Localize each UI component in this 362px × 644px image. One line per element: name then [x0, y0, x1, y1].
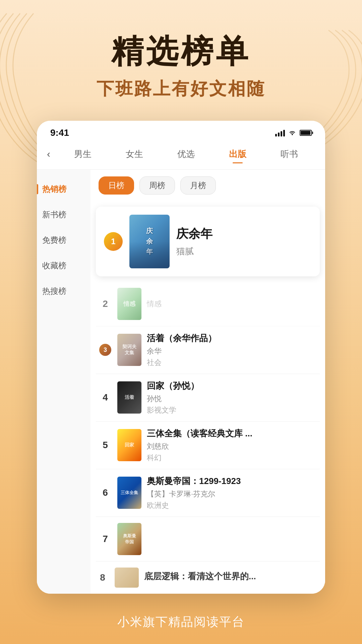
tab-weekly[interactable]: 周榜: [139, 176, 175, 195]
sidebar-item-collections[interactable]: 收藏榜: [37, 253, 90, 278]
featured-title: 庆余年: [176, 226, 312, 242]
book-author: 【英】卡罗琳·芬克尔: [147, 489, 320, 499]
book-info: 情感: [147, 299, 320, 309]
book-genre: 情感: [147, 299, 320, 309]
book-info: 奥斯曼帝国：1299-1923 【英】卡罗琳·芬克尔 欧洲史: [147, 475, 320, 511]
list-item[interactable]: 6 三体全集 奥斯曼帝国：1299-1923 【英】卡罗琳·芬克尔 欧洲史: [96, 469, 320, 517]
status-time: 9:41: [50, 127, 69, 138]
sidebar-item-hot-search[interactable]: 热搜榜: [37, 278, 90, 304]
book-cover: [115, 568, 139, 588]
sub-title: 下班路上有好文相随: [0, 77, 362, 101]
book-cover: 回家: [117, 429, 141, 461]
back-button[interactable]: ‹: [47, 148, 50, 160]
nav-bar: ‹ 男生 女生 优选 出版 听书: [37, 142, 325, 170]
footer: 小米旗下精品阅读平台: [0, 600, 362, 644]
book-title: 三体全集（读客经典文库 ...: [147, 428, 320, 439]
main-list: 日榜 周榜 月榜 1 庆 余 年: [90, 170, 325, 594]
sidebar-item-free[interactable]: 免费榜: [37, 227, 90, 253]
wifi-icon: [288, 128, 296, 137]
book-genre: 欧洲史: [147, 500, 320, 511]
rank-number: 5: [99, 440, 112, 450]
book-list: 2 情感 情感 3 契诃夫文集: [90, 282, 325, 561]
main-title: 精选榜单: [0, 34, 362, 69]
signal-icon: [275, 129, 285, 137]
book-title: 回家（孙悦）: [147, 380, 320, 392]
book-cover: 情感: [117, 288, 141, 320]
nav-tabs: 男生 女生 优选 出版 听书: [57, 146, 315, 163]
book-genre: 影视文学: [147, 405, 320, 415]
rank-1-badge: 1: [104, 232, 123, 251]
tab-female[interactable]: 女生: [120, 146, 148, 163]
sidebar-item-hot-sales[interactable]: 热销榜: [37, 176, 90, 202]
tab-male[interactable]: 男生: [69, 146, 97, 163]
footer-text: 小米旗下精品阅读平台: [7, 614, 355, 630]
book-cover: 契诃夫文集: [117, 334, 141, 366]
book-cover: 活着: [117, 381, 141, 414]
book-genre: 社会: [147, 358, 320, 368]
sidebar: 热销榜 新书榜 免费榜 收藏榜 热搜榜: [37, 170, 90, 594]
book-title: 底层逻辑：看清这个世界的...: [144, 571, 320, 582]
tab-monthly[interactable]: 月榜: [180, 176, 216, 195]
tab-daily[interactable]: 日榜: [99, 176, 134, 195]
rank-number: 7: [99, 534, 112, 544]
featured-author: 猫腻: [176, 246, 312, 257]
list-item[interactable]: 4 活着 回家（孙悦） 孙悦 影视文学: [96, 374, 320, 422]
battery-icon: [300, 130, 312, 136]
book-info: 回家（孙悦） 孙悦 影视文学: [147, 380, 320, 415]
book-author: 余华: [147, 346, 320, 356]
content-area: 热销榜 新书榜 免费榜 收藏榜 热搜榜 日榜 周榜 月榜 1 庆: [37, 170, 325, 594]
sidebar-item-new-books[interactable]: 新书榜: [37, 202, 90, 227]
featured-cover: 庆 余 年: [129, 215, 170, 268]
featured-info: 庆余年 猫腻: [176, 226, 312, 257]
phone-mockup: 9:41 ‹ 男生 女生 优选 出版 听书: [37, 121, 325, 594]
status-bar: 9:41: [37, 121, 325, 142]
book-cover: 奥斯曼帝国: [117, 523, 141, 555]
book-info: 三体全集（读客经典文库 ... 刘慈欣 科幻: [147, 428, 320, 463]
rank-medal: 3: [99, 343, 112, 357]
book-genre: 科幻: [147, 453, 320, 463]
book-author: 孙悦: [147, 394, 320, 404]
book-title: 奥斯曼帝国：1299-1923: [147, 475, 320, 487]
rank-number: 2: [99, 299, 112, 309]
list-item-partial[interactable]: 8 底层逻辑：看清这个世界的...: [90, 561, 325, 594]
book-author: 刘慈欣: [147, 441, 320, 451]
book-info: 底层逻辑：看清这个世界的...: [144, 571, 320, 584]
tab-published[interactable]: 出版: [224, 146, 252, 163]
featured-book-card[interactable]: 1 庆 余 年 庆余年 猫腻: [96, 207, 320, 276]
list-item[interactable]: 7 奥斯曼帝国: [96, 517, 320, 561]
book-info: 活着（余华作品） 余华 社会: [147, 332, 320, 368]
book-info: [147, 538, 320, 540]
list-item[interactable]: 2 情感 情感: [96, 282, 320, 326]
book-cover: 三体全集: [117, 477, 141, 509]
rank-number: 4: [99, 392, 112, 403]
rank-number: 6: [99, 487, 112, 498]
rank-number: 8: [96, 572, 109, 583]
status-icons: [275, 128, 312, 137]
tab-audio[interactable]: 听书: [275, 146, 303, 163]
period-tabs: 日榜 周榜 月榜: [90, 170, 325, 201]
list-item[interactable]: 3 契诃夫文集 活着（余华作品） 余华 社会: [96, 326, 320, 374]
book-title: 活着（余华作品）: [147, 332, 320, 344]
list-item[interactable]: 5 回家 三体全集（读客经典文库 ... 刘慈欣 科幻: [96, 422, 320, 469]
tab-premium[interactable]: 优选: [172, 146, 200, 163]
header-area: 精选榜单 下班路上有好文相随: [0, 0, 362, 121]
